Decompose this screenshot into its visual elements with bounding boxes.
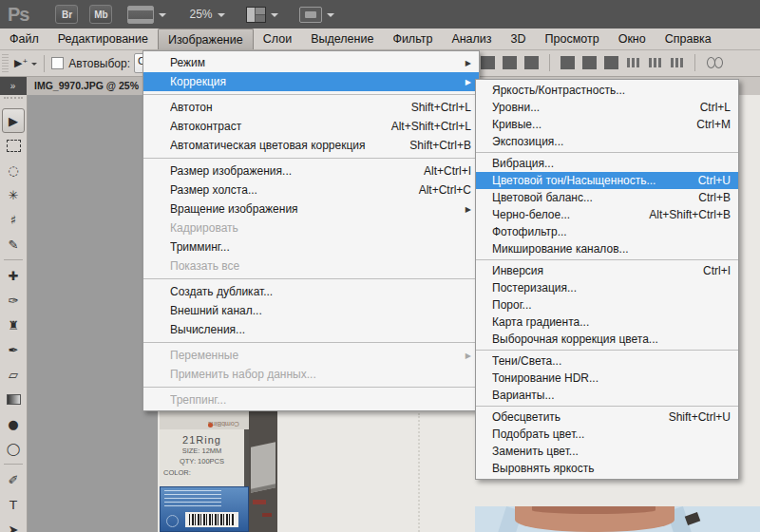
menubar-item[interactable]: Окно — [609, 28, 656, 49]
menu-item[interactable]: Вибрация... — [476, 155, 738, 172]
menu-item[interactable]: Тримминг... — [143, 238, 479, 256]
menu-item[interactable]: Вычисления... — [143, 320, 479, 339]
menu-separator — [143, 342, 479, 343]
align-right-edges-icon[interactable] — [524, 56, 539, 69]
gradient-tool-icon — [7, 394, 21, 405]
menubar-item[interactable]: Файл — [0, 28, 48, 49]
menubar-item[interactable]: Справка — [656, 28, 721, 49]
menu-item[interactable]: ОбесцветитьShift+Ctrl+U — [476, 408, 738, 426]
distribute-right-icon[interactable] — [670, 56, 684, 69]
menu-item[interactable]: Внешний канал... — [143, 301, 479, 320]
screen-mode-icon[interactable] — [299, 7, 322, 23]
menu-item[interactable]: Кривые...Ctrl+M — [476, 116, 738, 133]
tool-rectangular-marquee-tool[interactable] — [2, 133, 25, 158]
menubar-item[interactable]: Слои — [254, 28, 301, 49]
tool-brush-tool[interactable]: ✑ — [2, 288, 25, 313]
tool-preset-dropdown-icon[interactable] — [31, 63, 37, 68]
menu-bar: ФайлРедактированиеИзображениеСлоиВыделен… — [0, 28, 760, 50]
tool-magic-wand-tool[interactable]: ✳ — [2, 182, 25, 207]
menu-item[interactable]: Микширование каналов... — [476, 240, 738, 257]
menubar-item[interactable]: Редактирование — [48, 28, 158, 49]
tool-eyedropper-tool[interactable]: ✎ — [2, 232, 25, 256]
move-tool-preset-icon[interactable]: ▶⁺ — [14, 57, 28, 69]
tool-pen-tool[interactable]: ✐ — [2, 467, 25, 492]
launch-bridge-button[interactable]: Br — [55, 5, 78, 24]
menu-item-label: Микширование каналов... — [492, 242, 731, 256]
zoom-dropdown-icon[interactable] — [218, 13, 225, 21]
screen-mode-dropdown-icon[interactable] — [327, 13, 334, 21]
distribute-left-icon[interactable] — [626, 56, 640, 69]
menubar-item[interactable]: Изображение — [158, 28, 254, 49]
tool-blur-tool[interactable]: ● — [2, 411, 25, 436]
view-extras-dropdown-icon[interactable] — [159, 13, 166, 21]
panel-collapse-icon[interactable]: » — [0, 76, 27, 95]
autoselect-checkbox[interactable] — [51, 57, 64, 69]
menu-item[interactable]: Тени/Света... — [476, 352, 738, 370]
tool-crop-tool[interactable]: ♯ — [2, 207, 25, 232]
menu-item[interactable]: Варианты... — [476, 387, 738, 404]
tool-lasso-tool[interactable]: ◌ — [2, 158, 25, 182]
arrange-documents-dropdown-icon[interactable] — [271, 13, 278, 21]
menubar-item[interactable]: Просмотр — [536, 28, 609, 49]
tool-history-brush-tool[interactable]: ✒ — [2, 337, 25, 362]
menu-item[interactable]: Выровнять яркость — [476, 460, 738, 477]
align-bottom-edges-icon[interactable] — [604, 56, 618, 69]
photo-person — [475, 506, 760, 532]
menu-item: Переменные▶ — [143, 346, 479, 365]
zoom-level-select[interactable]: 25% — [189, 8, 212, 21]
menu-item[interactable]: Создать дубликат... — [143, 282, 479, 301]
launch-mini-bridge-button[interactable]: Mb — [89, 5, 112, 24]
adjustments-submenu-panel: Яркость/Контрастность...Уровни...Ctrl+LК… — [475, 79, 739, 480]
menubar-item[interactable]: Выделение — [301, 28, 383, 49]
menu-separator — [143, 158, 479, 159]
align-left-edges-icon[interactable] — [481, 56, 495, 69]
options-grip-handle[interactable] — [2, 54, 9, 73]
menu-item[interactable]: Заменить цвет... — [476, 443, 738, 460]
menu-item[interactable]: Фотофильтр... — [476, 223, 738, 240]
photo-label-circle — [166, 515, 179, 527]
menubar-item[interactable]: Анализ — [442, 28, 501, 49]
menu-item[interactable]: Размер изображения...Alt+Ctrl+I — [143, 162, 479, 180]
distribute-center-icon[interactable] — [648, 56, 662, 69]
tool-eraser-tool[interactable]: ▱ — [2, 362, 25, 387]
menu-item[interactable]: АвтоконтрастAlt+Shift+Ctrl+L — [143, 117, 479, 136]
menu-item[interactable]: Подобрать цвет... — [476, 426, 738, 443]
tool-path-selection-tool[interactable]: ➤ — [2, 517, 25, 532]
menu-item[interactable]: Яркость/Контрастность... — [476, 82, 738, 99]
tool-clone-stamp-tool[interactable]: ♜ — [2, 313, 25, 337]
menubar-item[interactable]: Фильтр — [383, 28, 442, 49]
auto-align-layers-icon[interactable] — [706, 56, 725, 69]
menu-item[interactable]: АвтотонShift+Ctrl+L — [143, 98, 479, 117]
menu-item[interactable]: Цветовой баланс...Ctrl+B — [476, 189, 738, 206]
menu-item[interactable]: Постеризация... — [476, 279, 738, 296]
tool-gradient-tool[interactable] — [2, 387, 25, 411]
menu-item[interactable]: Уровни...Ctrl+L — [476, 99, 738, 116]
tool-dodge-tool[interactable]: ◯ — [2, 436, 25, 461]
toolbar-grip-handle[interactable] — [4, 97, 23, 106]
arrange-documents-icon[interactable] — [246, 7, 266, 23]
tool-healing-brush-tool[interactable]: ✚ — [2, 263, 25, 288]
menu-item[interactable]: Автоматическая цветовая коррекцияShift+C… — [143, 136, 479, 155]
menu-item[interactable]: ИнверсияCtrl+I — [476, 262, 738, 279]
menu-item[interactable]: Размер холста...Alt+Ctrl+C — [143, 180, 479, 200]
tool-move-tool[interactable]: ▶ — [2, 108, 25, 133]
menu-item[interactable]: Порог... — [476, 296, 738, 314]
align-vertical-centers-icon[interactable] — [503, 56, 517, 69]
menu-item-label: Применить набор данных... — [170, 368, 471, 381]
align-top-edges-icon[interactable] — [560, 56, 575, 69]
menu-item[interactable]: Коррекция▶ — [143, 72, 479, 91]
menu-item[interactable]: Тонирование HDR... — [476, 370, 738, 387]
view-extras-icon[interactable] — [127, 6, 154, 24]
submenu-arrow-icon: ▶ — [464, 78, 471, 86]
menu-item[interactable]: Экспозиция... — [476, 133, 738, 150]
align-middle-icon[interactable] — [582, 56, 597, 69]
menubar-item[interactable]: 3D — [502, 28, 536, 49]
menu-item[interactable]: Цветовой тон/Насыщенность...Ctrl+U — [476, 172, 738, 189]
menu-item[interactable]: Карта градиента... — [476, 314, 738, 331]
menu-item[interactable]: Вращение изображения▶ — [143, 200, 479, 218]
menu-item-label: Вращение изображения — [170, 202, 456, 216]
tool-type-tool[interactable]: T — [2, 492, 25, 517]
menu-item[interactable]: Черно-белое...Alt+Shift+Ctrl+B — [476, 206, 738, 223]
menu-item[interactable]: Режим▶ — [143, 53, 479, 72]
menu-item[interactable]: Выборочная коррекция цвета... — [476, 331, 738, 348]
